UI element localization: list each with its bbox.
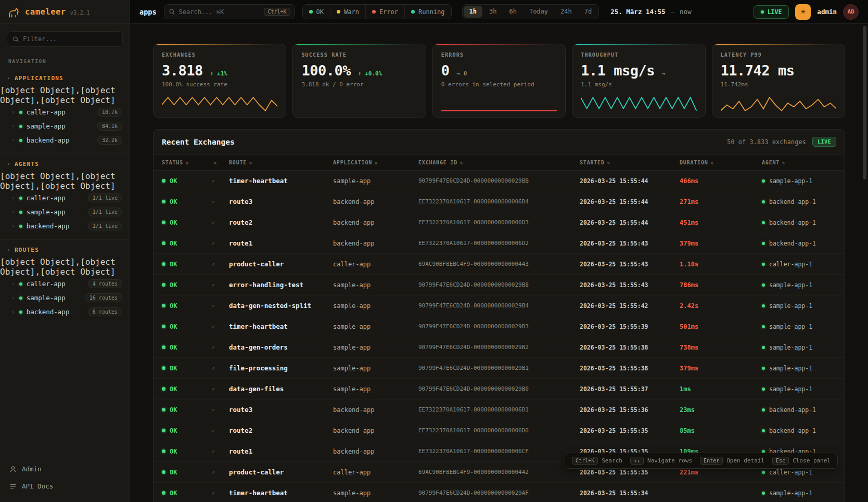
nav-section-header[interactable]: ▾ APPLICATIONS [0,71,130,85]
column-header-status[interactable]: STATUS⇅ [162,160,211,165]
camel-logo-icon [7,5,21,19]
status-filter-running[interactable]: Running [404,5,451,19]
time-range-24h[interactable]: 24h [555,6,578,18]
sidebar-item-sample-app[interactable]: › sample-app 84.1k [0,119,130,133]
open-exchange-icon[interactable]: ↗ [211,469,229,475]
table-row[interactable]: OK ↗ route2 backend-app EE7322370A10617-… [154,212,845,233]
open-exchange-icon[interactable]: ↗ [211,406,229,413]
route-cell: data-gen-nested-split [229,302,333,310]
status-dot [162,470,165,474]
open-exchange-icon[interactable]: ↗ [211,261,229,267]
filter-input[interactable] [23,35,117,43]
status-cell: OK [162,427,211,434]
nav-section-header[interactable]: ▾ ROUTES [0,243,130,257]
time-range-3h[interactable]: 3h [483,6,502,18]
status-filter-ok[interactable]: OK [303,5,330,19]
scrollbar-thumb[interactable] [863,26,866,179]
column-header-link[interactable]: ⇅ [211,160,229,165]
agent-cell: sample-app-1 [762,344,836,351]
duration-cell: 738ms [680,344,762,351]
table-row[interactable]: OK ↗ route3 backend-app EE7322370A10617-… [154,191,845,212]
admin-label: Admin [22,465,42,473]
stat-label: SUCCESS RATE [301,52,417,58]
status-filter-error[interactable]: Error [365,5,404,19]
table-row[interactable]: OK ↗ route1 backend-app EE7322370A10617-… [154,233,845,254]
column-header-agent[interactable]: AGENT⇅ [762,160,836,165]
api-docs-label: API Docs [22,482,53,490]
search-input[interactable] [179,8,261,16]
table-row[interactable]: OK ↗ product-caller caller-app 69AC90BF8… [154,254,845,275]
exchange-id-cell: 90799F47E6CD24D-00000000000029AF [418,490,580,496]
duration-cell: 1ms [680,385,762,393]
exchange-id-cell: 69AC90BF8EBC4F9-0000000000000442 [418,469,580,475]
status-filter-warn[interactable]: Warn [330,5,365,19]
table-row[interactable]: OK ↗ data-gen-nested-split sample-app 90… [154,295,845,316]
open-exchange-icon[interactable]: ↗ [211,323,229,330]
open-exchange-icon[interactable]: ↗ [211,490,229,496]
open-exchange-icon[interactable]: ↗ [211,302,229,309]
open-exchange-icon[interactable]: ↗ [211,281,229,288]
column-header-application[interactable]: APPLICATION⇅ [333,160,418,165]
sidebar-item-backend-app[interactable]: › backend-app 1/1 live [0,219,130,233]
route-cell: route1 [229,239,333,247]
table-column-headers: STATUS⇅ ⇅ ROUTE⇅ APPLICATION⇅ EXCHANGE I… [154,154,845,171]
sidebar-item-admin[interactable]: Admin [0,460,130,478]
keyboard-hint: ↑↓ Navigate rows [630,457,692,465]
duration-cell: 379ms [680,240,762,247]
status-cell: OK [162,281,211,289]
table-row[interactable]: OK ↗ file-processing sample-app 90799F47… [154,358,845,379]
time-range-today[interactable]: Today [524,6,554,18]
sidebar-item-caller-app[interactable]: › caller-app 4 routes [0,277,130,291]
column-header-route[interactable]: ROUTE⇅ [229,160,333,165]
open-exchange-icon[interactable]: ↗ [211,448,229,455]
stat-card-throughput: THROUGHPUT 1.1 msg/s → 1.1 msg/s [572,44,705,118]
hint-key: Ctrl+K [572,457,598,465]
open-exchange-icon[interactable]: ↗ [211,365,229,371]
sidebar-item-sample-app[interactable]: › sample-app 16 routes [0,291,130,305]
open-exchange-icon[interactable]: ↗ [211,240,229,247]
table-row[interactable]: OK ↗ timer-heartbeat sample-app 90799F47… [154,483,845,502]
table-row[interactable]: OK ↗ timer-heartbeat sample-app 90799F47… [154,171,845,191]
stat-accent-bar [572,44,705,45]
sidebar-item-caller-app[interactable]: › caller-app 10.7k [0,105,130,119]
table-row[interactable]: OK ↗ route2 backend-app EE7322370A10617-… [154,420,845,441]
app-logo[interactable]: cameleer v3.2.1 [0,0,130,24]
table-row[interactable]: OK ↗ route3 backend-app EE7322370A10617-… [154,400,845,420]
open-exchange-icon[interactable]: ↗ [211,177,229,184]
theme-toggle-button[interactable]: ☀ [795,4,811,20]
time-range-6h[interactable]: 6h [503,6,522,18]
application-cell: sample-app [333,344,418,351]
nav-section-header[interactable]: ▾ AGENTS [0,157,130,171]
live-toggle[interactable]: LIVE [754,5,789,19]
status-dot [162,366,165,370]
status-dot [19,225,22,228]
column-header-exchange-id[interactable]: EXCHANGE ID⇅ [418,160,580,165]
list-icon [9,483,17,490]
duration-cell: 466ms [680,177,762,185]
sidebar-item-sample-app[interactable]: › sample-app 1/1 live [0,205,130,219]
column-header-duration[interactable]: DURATION⇅ [680,160,762,165]
sidebar-item-caller-app[interactable]: › caller-app 1/1 live [0,191,130,205]
agent-cell: sample-app-1 [762,302,836,310]
open-exchange-icon[interactable]: ↗ [211,198,229,205]
recent-exchanges-card: Recent Exchanges 50 of 3.833 exchanges L… [153,129,845,502]
open-exchange-icon[interactable]: ↗ [211,385,229,392]
table-row[interactable]: OK ↗ timer-heartbeat sample-app 90799F47… [154,316,845,337]
column-header-started[interactable]: STARTED⇅ [580,160,680,165]
avatar[interactable]: AD [843,4,859,20]
table-row[interactable]: OK ↗ data-gen-files sample-app 90799F47E… [154,379,845,400]
sidebar-item-backend-app[interactable]: › backend-app 32.2k [0,133,130,147]
open-exchange-icon[interactable]: ↗ [211,219,229,226]
sidebar-item-backend-app[interactable]: › backend-app 6 routes [0,305,130,319]
open-exchange-icon[interactable]: ↗ [211,427,229,434]
application-cell: sample-app [333,490,418,497]
table-row[interactable]: OK ↗ error-handling-test sample-app 9079… [154,275,845,295]
time-range-7d[interactable]: 7d [579,6,597,18]
status-cell: OK [162,198,211,205]
open-exchange-icon[interactable]: ↗ [211,344,229,351]
time-range-1h[interactable]: 1h [464,6,482,18]
count-badge: 1/1 live [88,194,122,202]
status-dot [337,10,340,14]
sidebar-item-api-docs[interactable]: API Docs [0,478,130,495]
table-row[interactable]: OK ↗ data-gen-orders sample-app 90799F47… [154,337,845,358]
